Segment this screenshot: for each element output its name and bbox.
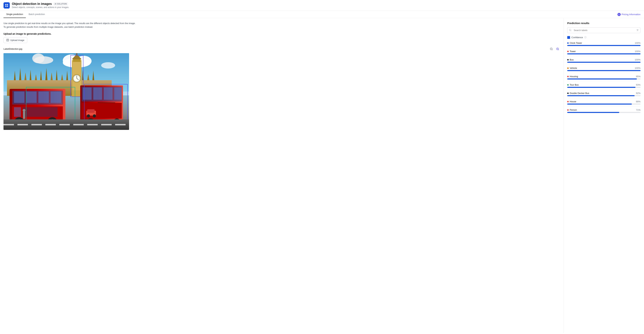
left-panel: Use single prediction to get real-time r… <box>0 18 564 333</box>
divider <box>567 98 640 98</box>
filename-label: LabelDetection.jpg <box>4 48 22 50</box>
svg-rect-73 <box>45 124 56 125</box>
prediction-item: Vehicle 100% <box>567 67 640 73</box>
app-subtitle: Detect objects, concepts, scenes, and ac… <box>12 6 640 8</box>
ai-badge: AI SOLUTION <box>54 2 68 5</box>
progress-bar-bg <box>567 87 640 88</box>
right-panel: Prediction results Confidence ⓘ <box>564 18 644 333</box>
pred-pct: 71% <box>636 109 640 111</box>
pred-dot <box>567 84 569 86</box>
content-area: Use single prediction to get real-time r… <box>0 18 644 333</box>
image-scene: 453 <box>4 53 129 130</box>
progress-bar-bg <box>567 70 640 71</box>
svg-rect-37 <box>73 59 80 62</box>
pred-pct: 100% <box>635 67 640 69</box>
confidence-info-icon[interactable]: ⓘ <box>584 36 586 39</box>
zoom-in-button[interactable] <box>555 46 560 51</box>
app-header: Object detection in images AI SOLUTION D… <box>0 0 644 11</box>
description-text: Use single prediction to get real-time r… <box>4 22 560 29</box>
svg-rect-74 <box>59 124 70 125</box>
progress-bar-fill <box>567 103 632 105</box>
divider <box>567 48 640 48</box>
progress-bar-bg <box>567 62 640 63</box>
pred-pct: 100% <box>635 50 640 53</box>
pred-dot <box>567 101 569 102</box>
zoom-in-icon <box>556 47 559 50</box>
pred-dot <box>567 93 569 94</box>
pricing-link[interactable]: $ Pricing Information <box>618 13 640 16</box>
progress-bar-fill <box>567 95 634 96</box>
pred-name: House <box>567 100 576 103</box>
svg-point-81 <box>87 114 90 117</box>
progress-bar-bg <box>567 95 640 96</box>
zoom-controls <box>549 46 560 51</box>
svg-rect-0 <box>6 4 6 5</box>
image-area: LabelDetection.jpg <box>4 46 560 130</box>
svg-rect-49 <box>23 107 58 117</box>
svg-rect-78 <box>115 124 126 125</box>
prediction-item: Double Decker Bus 92% <box>567 92 640 98</box>
svg-point-82 <box>93 114 96 117</box>
tab-batch-prediction[interactable]: Batch prediction <box>26 11 48 18</box>
progress-bar-fill <box>567 78 637 79</box>
upload-icon <box>6 39 9 41</box>
svg-rect-70 <box>4 124 14 125</box>
pred-name: Double Decker Bus <box>567 92 589 94</box>
pred-dot <box>567 109 569 111</box>
prediction-item: Clock Tower 100% <box>567 42 640 48</box>
image-container: 453 <box>4 53 129 130</box>
pred-name: Clock Tower <box>567 42 582 44</box>
prediction-item: Tower 100% <box>567 50 640 56</box>
svg-rect-60 <box>114 87 122 100</box>
confidence-legend: Confidence ⓘ <box>567 36 640 39</box>
image-header: LabelDetection.jpg <box>4 46 560 51</box>
svg-rect-48 <box>14 107 21 117</box>
progress-bar-bg <box>567 45 640 46</box>
svg-rect-71 <box>18 124 28 125</box>
prediction-item: Bus 100% <box>567 58 640 65</box>
filter-icon[interactable] <box>636 29 639 32</box>
prediction-item: Housing 95% <box>567 75 640 81</box>
pred-name: Person <box>567 109 577 111</box>
svg-rect-39 <box>76 53 78 55</box>
svg-rect-1 <box>7 4 8 5</box>
pricing-label: Pricing Information <box>622 13 640 16</box>
tabs-bar: Single prediction Batch prediction $ Pri… <box>0 11 644 18</box>
svg-rect-44 <box>26 91 37 103</box>
progress-bar-bg <box>567 112 640 113</box>
svg-rect-75 <box>73 124 84 125</box>
confidence-color-swatch <box>567 36 570 39</box>
upload-image-button[interactable]: Upload image <box>4 37 27 43</box>
divider <box>567 81 640 81</box>
app-title: Object detection in images <box>12 2 52 6</box>
upload-button-label: Upload image <box>10 39 24 41</box>
search-labels-input[interactable] <box>567 27 640 33</box>
logo-icon <box>5 4 8 7</box>
svg-point-85 <box>569 29 571 31</box>
progress-bar-fill <box>567 87 636 88</box>
svg-point-12 <box>32 53 44 63</box>
search-box <box>567 27 640 33</box>
pred-pct: 100% <box>635 58 640 61</box>
zoom-out-button[interactable] <box>549 46 554 51</box>
pred-pct: 93% <box>636 83 640 86</box>
panel-title: Prediction results <box>567 22 640 24</box>
svg-rect-3 <box>7 5 8 7</box>
tab-single-prediction[interactable]: Single prediction <box>4 11 26 18</box>
pred-pct: 100% <box>635 42 640 44</box>
pred-pct: 95% <box>636 75 640 78</box>
prediction-item: Person 71% <box>567 109 640 113</box>
search-icon <box>569 29 572 32</box>
pred-dot <box>567 42 569 44</box>
progress-bar-fill <box>567 62 640 63</box>
pred-name: Tower <box>567 50 576 53</box>
progress-bar-bg <box>567 103 640 105</box>
pred-dot <box>567 67 569 69</box>
svg-point-13 <box>101 62 115 68</box>
svg-rect-45 <box>38 91 49 103</box>
prediction-item: Tour Bus 93% <box>567 83 640 90</box>
svg-rect-77 <box>101 124 112 125</box>
progress-bar-bg <box>567 78 640 79</box>
svg-rect-2 <box>6 5 6 7</box>
pred-dot <box>567 59 569 60</box>
